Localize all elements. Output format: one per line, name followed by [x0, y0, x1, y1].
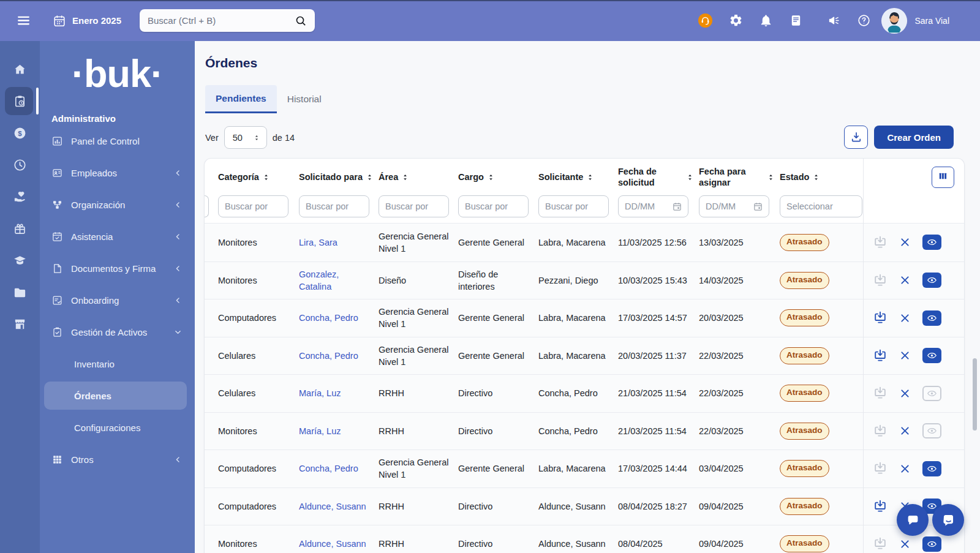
hamburger-menu-icon[interactable]	[16, 13, 31, 28]
column-header-fecha-de-solicitud[interactable]: Fecha de solicitud	[618, 166, 699, 188]
rail-item-hand-heart[interactable]	[0, 181, 40, 213]
sidebar-item-organizacion[interactable]: Organización	[40, 189, 195, 220]
cancel-order-icon[interactable]	[899, 538, 911, 550]
settings-icon[interactable]	[729, 13, 743, 28]
column-header-categoria[interactable]: Categoría	[218, 171, 299, 182]
filter-fecha-de-solicitud[interactable]: DD/MM	[618, 195, 688, 217]
rail-item-clock[interactable]	[0, 149, 40, 181]
page-size-select[interactable]: 50	[224, 126, 267, 149]
column-header-estado[interactable]: Estado	[780, 171, 863, 182]
cancel-order-icon[interactable]	[899, 463, 911, 475]
cancel-order-icon[interactable]	[899, 350, 911, 361]
sidebar-item-otros[interactable]: Otros	[40, 443, 195, 475]
cancel-order-icon[interactable]	[899, 312, 911, 324]
column-header-cargo[interactable]: Cargo	[458, 171, 538, 182]
filter-cargo[interactable]	[458, 195, 529, 217]
sidebar-item-asistencia[interactable]: Asistencia	[40, 220, 195, 252]
sidebar-item-gestion-de-activos[interactable]: Gestión de Activos	[40, 316, 195, 348]
cancel-order-icon[interactable]	[899, 425, 911, 437]
sidebar-subitem-ordenes[interactable]: Órdenes	[40, 380, 195, 412]
feedback-chat-button[interactable]	[897, 504, 929, 536]
cell-solicitado-para[interactable]: Aldunce, Susann	[299, 500, 379, 513]
chevron-left-icon	[173, 296, 183, 305]
column-header-solicitante[interactable]: Solicitante	[538, 171, 618, 182]
assign-device-icon[interactable]	[873, 348, 888, 363]
help-icon[interactable]	[857, 13, 871, 28]
clipped-filter-input[interactable]	[205, 195, 209, 217]
vertical-scrollbar[interactable]	[973, 358, 977, 431]
filter-fecha-para-asignar[interactable]: DD/MM	[699, 195, 769, 217]
cell-solicitado-para[interactable]: Concha, Pedro	[299, 350, 379, 362]
notifications-icon[interactable]	[759, 13, 773, 28]
view-order-icon[interactable]	[922, 348, 941, 363]
search-input[interactable]	[140, 15, 295, 26]
view-order-icon[interactable]	[922, 273, 941, 288]
column-header-area[interactable]: Área	[379, 171, 458, 182]
calendar-icon[interactable]	[672, 201, 682, 212]
rail-item-clipboard-clock[interactable]	[0, 85, 40, 117]
sidebar-subitem-inventario[interactable]: Inventario	[40, 348, 195, 380]
export-button[interactable]	[844, 126, 868, 149]
filter-area[interactable]	[379, 195, 449, 217]
view-order-icon[interactable]	[922, 536, 941, 552]
filter-solicitado-para[interactable]	[299, 195, 369, 217]
sidebar-item-panel-de-control[interactable]: Panel de Control	[40, 125, 195, 157]
sort-icon[interactable]	[812, 173, 820, 181]
cancel-order-icon[interactable]	[899, 388, 911, 399]
sort-icon[interactable]	[487, 173, 495, 181]
assign-device-icon[interactable]	[873, 310, 888, 325]
assign-device-icon[interactable]	[873, 499, 888, 514]
tab-historial[interactable]: Historial	[277, 85, 332, 113]
support-chat-button[interactable]	[932, 504, 964, 536]
view-order-icon[interactable]	[922, 461, 941, 476]
home-icon	[13, 62, 27, 77]
cell-solicitante: Pezzani, Diego	[538, 274, 618, 287]
search-icon[interactable]	[295, 15, 307, 27]
cell-solicitado-para[interactable]: María, Luz	[299, 425, 379, 437]
period-selector[interactable]: Enero 2025	[53, 0, 121, 41]
announcements-icon[interactable]	[827, 13, 841, 28]
cell-solicitado-para[interactable]: Concha, Pedro	[299, 462, 379, 475]
sort-icon[interactable]	[366, 173, 374, 181]
sort-icon[interactable]	[262, 173, 270, 181]
rail-item-home[interactable]	[0, 53, 40, 85]
filter-estado[interactable]: Seleccionar	[780, 195, 862, 217]
rail-item-storefront[interactable]	[0, 308, 40, 340]
tab-pendientes[interactable]: Pendientes	[205, 85, 277, 113]
news-icon[interactable]	[789, 13, 803, 28]
cell-solicitado-para[interactable]: Lira, Sara	[299, 236, 379, 249]
orders-table: CategoríaSolicitado paraÁreaCargoSolicit…	[204, 158, 965, 553]
sort-icon[interactable]	[401, 173, 409, 181]
create-order-button[interactable]: Crear Orden	[874, 126, 954, 149]
chevron-left-icon	[173, 200, 183, 209]
cancel-order-icon[interactable]	[899, 236, 911, 248]
cell-area: Diseño	[379, 274, 458, 287]
sort-icon[interactable]	[686, 173, 694, 181]
global-search[interactable]	[140, 9, 315, 32]
rail-item-graduation-cap[interactable]	[0, 244, 40, 276]
cancel-order-icon[interactable]	[899, 274, 911, 286]
column-header-solicitado-para[interactable]: Solicitado para	[299, 171, 379, 182]
cell-solicitado-para[interactable]: María, Luz	[299, 387, 379, 399]
filter-solicitante[interactable]	[538, 195, 609, 217]
sidebar-item-onboarding[interactable]: Onboarding	[40, 284, 195, 316]
sidebar-item-empleados[interactable]: Empleados	[40, 157, 195, 189]
rail-item-gift[interactable]	[0, 213, 40, 244]
calendar-icon[interactable]	[753, 201, 763, 212]
column-header-fecha-para-asignar[interactable]: Fecha para asignar	[699, 166, 780, 188]
view-order-icon[interactable]	[922, 235, 941, 250]
cell-solicitado-para[interactable]: Concha, Pedro	[299, 312, 379, 324]
view-order-icon[interactable]	[922, 310, 941, 326]
sidebar-item-documentos-y-firma[interactable]: Documentos y Firma	[40, 252, 195, 284]
sort-icon[interactable]	[767, 173, 775, 181]
filter-categoria[interactable]	[218, 195, 288, 217]
cell-solicitado-para[interactable]: Aldunce, Susann	[299, 538, 379, 550]
sort-icon[interactable]	[586, 173, 594, 181]
column-settings-button[interactable]	[932, 167, 954, 188]
rail-item-money[interactable]: $	[0, 117, 40, 149]
sidebar-subitem-configuraciones[interactable]: Configuraciones	[40, 412, 195, 443]
cell-solicitado-para[interactable]: Gonzalez, Catalina	[299, 268, 379, 293]
support-icon[interactable]	[698, 13, 713, 28]
rail-item-folder[interactable]	[0, 276, 40, 308]
user-menu[interactable]: Sara Vial	[881, 0, 949, 41]
